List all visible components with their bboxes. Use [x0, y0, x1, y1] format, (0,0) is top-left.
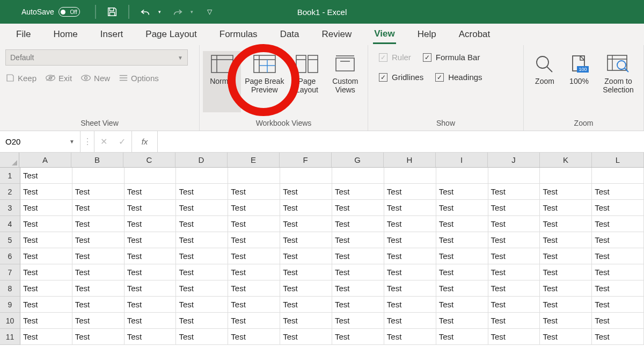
tab-review[interactable]: Review [321, 26, 353, 43]
column-header[interactable]: G [332, 153, 384, 167]
cell[interactable]: Test [592, 264, 644, 280]
cell[interactable]: Test [384, 232, 436, 248]
cell[interactable]: Test [228, 313, 280, 329]
row-header[interactable]: 7 [0, 264, 20, 280]
row-header[interactable]: 10 [0, 313, 20, 329]
page-layout-button[interactable]: Page Layout [288, 51, 326, 112]
cell[interactable]: Test [176, 297, 228, 313]
cell[interactable] [332, 168, 384, 184]
cell[interactable]: Test [488, 264, 540, 280]
cell[interactable]: Test [176, 329, 228, 345]
name-box-handle[interactable]: ⋮ [80, 131, 94, 152]
tab-file[interactable]: File [15, 26, 32, 43]
custom-views-button[interactable]: Custom Views [326, 51, 364, 112]
select-all-corner[interactable] [0, 153, 19, 167]
cell[interactable]: Test [540, 200, 592, 216]
cell[interactable]: Test [384, 297, 436, 313]
cell[interactable]: Test [592, 248, 644, 264]
cell[interactable]: Test [228, 329, 280, 345]
cell[interactable]: Test [488, 280, 540, 297]
cell[interactable]: Test [72, 329, 125, 345]
cell[interactable]: Test [280, 264, 332, 280]
cell[interactable]: Test [488, 248, 540, 264]
redo-icon[interactable] [169, 4, 186, 19]
cell[interactable] [176, 168, 228, 184]
cell[interactable]: Test [384, 313, 436, 329]
cell[interactable]: Test [592, 313, 644, 329]
column-header[interactable]: E [228, 153, 280, 167]
cell[interactable]: Test [540, 184, 592, 200]
cell[interactable]: Test [20, 280, 72, 297]
cell[interactable]: Test [228, 297, 280, 313]
cell[interactable]: Test [72, 184, 125, 200]
fx-icon[interactable]: fx [132, 131, 158, 152]
column-header[interactable]: F [280, 153, 332, 167]
cell[interactable]: Test [280, 232, 332, 248]
cell[interactable]: Test [125, 329, 177, 345]
tab-insert[interactable]: Insert [99, 26, 125, 43]
cell[interactable]: Test [176, 200, 228, 216]
options-button[interactable]: Options [119, 73, 159, 83]
formula-input[interactable] [158, 131, 644, 152]
toggle-switch[interactable]: Off [58, 7, 80, 17]
cell[interactable]: Test [176, 264, 228, 280]
autosave-toggle[interactable]: AutoSave Off [0, 7, 90, 17]
cell[interactable]: Test [72, 200, 125, 216]
cell[interactable]: Test [436, 313, 488, 329]
tab-view[interactable]: View [373, 25, 396, 44]
cell[interactable]: Test [436, 329, 488, 345]
cell[interactable]: Test [488, 200, 540, 216]
cell[interactable]: Test [540, 280, 592, 297]
cell[interactable]: Test [592, 216, 644, 232]
cell[interactable]: Test [488, 184, 540, 200]
column-header[interactable]: A [19, 153, 71, 167]
cell[interactable]: Test [384, 329, 436, 345]
cell[interactable]: Test [228, 184, 280, 200]
cell[interactable]: Test [176, 232, 228, 248]
cell[interactable]: Test [125, 264, 177, 280]
cell[interactable]: Test [592, 232, 644, 248]
cell[interactable]: Test [332, 313, 384, 329]
cell[interactable]: Test [540, 216, 592, 232]
qat-customize-icon[interactable]: ▽ [201, 4, 218, 19]
cell[interactable]: Test [592, 184, 644, 200]
cell[interactable]: Test [436, 248, 488, 264]
cell[interactable]: Test [20, 264, 72, 280]
column-header[interactable]: J [488, 153, 540, 167]
cell[interactable] [280, 168, 332, 184]
cell[interactable]: Test [176, 184, 228, 200]
cell[interactable]: Test [228, 216, 280, 232]
undo-icon[interactable] [137, 4, 154, 19]
column-header[interactable]: C [123, 153, 175, 167]
cell[interactable]: Test [436, 200, 488, 216]
cell[interactable]: Test [384, 200, 436, 216]
cell[interactable]: Test [20, 329, 72, 345]
cell[interactable]: Test [72, 232, 125, 248]
keep-button[interactable]: Keep [5, 73, 36, 83]
cell[interactable] [592, 168, 644, 184]
cell[interactable]: Test [540, 248, 592, 264]
gridlines-checkbox[interactable]: ✓Gridlines [379, 73, 423, 82]
cell[interactable]: Test [125, 216, 177, 232]
cell[interactable]: Test [72, 248, 125, 264]
cell[interactable]: Test [592, 297, 644, 313]
cell[interactable]: Test [384, 280, 436, 297]
cell[interactable]: Test [384, 248, 436, 264]
cell[interactable]: Test [20, 168, 72, 184]
cell[interactable]: Test [280, 297, 332, 313]
cell[interactable]: Test [488, 313, 540, 329]
cell[interactable]: Test [20, 184, 72, 200]
cell[interactable]: Test [332, 200, 384, 216]
cell[interactable]: Test [436, 297, 488, 313]
cell[interactable]: Test [280, 313, 332, 329]
cell[interactable]: Test [176, 248, 228, 264]
cell[interactable]: Test [488, 329, 540, 345]
cell[interactable]: Test [125, 280, 177, 297]
cell[interactable]: Test [332, 280, 384, 297]
formula-bar-checkbox[interactable]: ✓Formula Bar [423, 53, 480, 62]
cell[interactable]: Test [20, 216, 72, 232]
cell[interactable]: Test [592, 200, 644, 216]
zoom-to-selection-button[interactable]: Zoom to Selection [597, 51, 640, 112]
cell[interactable]: Test [384, 184, 436, 200]
cell[interactable]: Test [280, 329, 332, 345]
